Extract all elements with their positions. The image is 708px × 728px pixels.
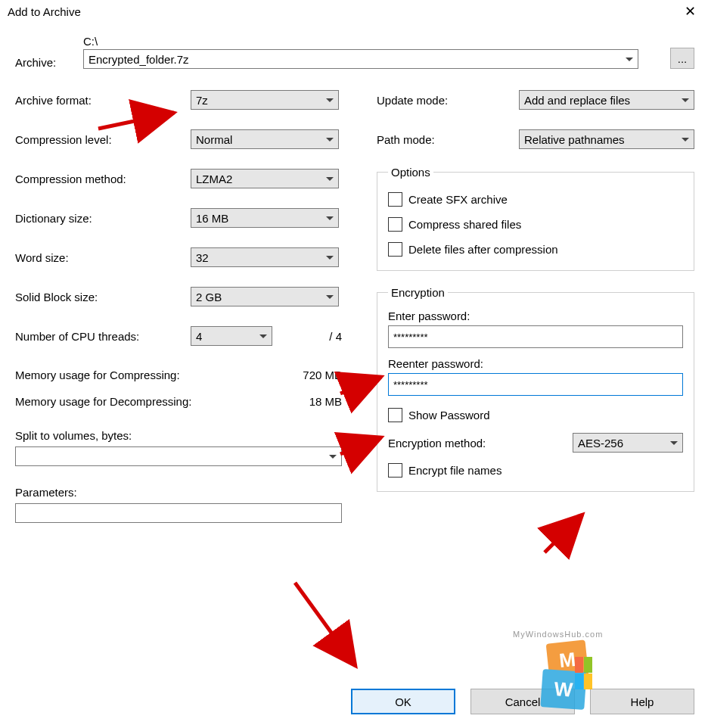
archive-path-text: C:\ — [83, 35, 654, 48]
dict-label: Dictionary size: — [15, 212, 191, 225]
memc-value: 720 MB — [303, 369, 342, 381]
enter-password-label: Enter password: — [388, 310, 683, 322]
sfx-checkbox[interactable] — [388, 192, 402, 207]
archive-label: Archive: — [15, 56, 56, 69]
sfx-label: Create SFX archive — [408, 193, 508, 206]
memd-value: 18 MB — [309, 395, 342, 408]
memd-label: Memory usage for Decompressing: — [15, 395, 309, 408]
encryption-group: Encryption Enter password: ********* Ree… — [377, 286, 694, 492]
options-legend: Options — [388, 166, 433, 179]
options-group: Options Create SFX archive Compress shar… — [377, 166, 694, 271]
word-select[interactable]: 32 — [191, 247, 339, 267]
archive-name-select[interactable]: Encrypted_folder.7z — [83, 49, 638, 69]
chevron-down-icon — [326, 177, 334, 181]
chevron-down-icon — [329, 455, 337, 459]
chevron-down-icon — [326, 295, 334, 299]
threads-total: / 4 — [272, 330, 342, 343]
pathmode-select[interactable]: Relative pathnames — [519, 129, 694, 149]
svg-line-4 — [295, 583, 356, 666]
encrypt-names-label: Encrypt file names — [408, 464, 502, 477]
chevron-down-icon — [326, 138, 334, 142]
method-select[interactable]: LZMA2 — [191, 169, 339, 188]
delete-checkbox[interactable] — [388, 242, 402, 257]
level-label: Compression level: — [15, 133, 191, 146]
solid-label: Solid Block size: — [15, 291, 191, 303]
split-select[interactable] — [15, 446, 342, 466]
reenter-password-input[interactable]: ********* — [388, 373, 683, 396]
chevron-down-icon — [259, 334, 267, 338]
params-label: Parameters: — [15, 486, 342, 499]
help-button[interactable]: Help — [590, 689, 694, 714]
pathmode-label: Path mode: — [377, 133, 519, 146]
chevron-down-icon — [682, 138, 689, 142]
format-select[interactable]: 7z — [191, 90, 339, 110]
watermark-logo: MyWindowsHub.com M W — [534, 630, 602, 713]
encrypt-names-checkbox[interactable] — [388, 463, 402, 478]
chevron-down-icon — [626, 58, 633, 61]
chevron-down-icon — [326, 256, 334, 260]
update-select[interactable]: Add and replace files — [519, 90, 694, 110]
chevron-down-icon — [326, 216, 334, 220]
format-label: Archive format: — [15, 94, 191, 107]
threads-label: Number of CPU threads: — [15, 330, 191, 343]
split-label: Split to volumes, bytes: — [15, 429, 342, 442]
ok-button[interactable]: OK — [351, 689, 455, 714]
delete-label: Delete files after compression — [408, 243, 558, 256]
chevron-down-icon — [682, 98, 689, 102]
shared-label: Compress shared files — [408, 218, 521, 231]
method-label: Compression method: — [15, 173, 191, 185]
level-select[interactable]: Normal — [191, 129, 339, 149]
chevron-down-icon — [670, 441, 678, 445]
archive-name-value: Encrypted_folder.7z — [88, 53, 189, 66]
solid-select[interactable]: 2 GB — [191, 287, 339, 306]
browse-button[interactable]: ... — [670, 48, 694, 69]
shared-checkbox[interactable] — [388, 217, 402, 232]
show-password-checkbox[interactable] — [388, 408, 402, 422]
show-password-label: Show Password — [408, 409, 490, 422]
dict-select[interactable]: 16 MB — [191, 208, 339, 228]
word-label: Word size: — [15, 251, 191, 264]
reenter-password-label: Reenter password: — [388, 357, 683, 370]
window-title: Add to Archive — [8, 5, 81, 18]
threads-select[interactable]: 4 — [191, 326, 272, 346]
chevron-down-icon — [326, 98, 334, 102]
encryption-legend: Encryption — [388, 286, 448, 299]
enc-method-label: Encryption method: — [388, 437, 573, 450]
params-input[interactable] — [15, 503, 342, 523]
memc-label: Memory usage for Compressing: — [15, 369, 303, 381]
enc-method-select[interactable]: AES-256 — [573, 433, 683, 453]
update-label: Update mode: — [377, 94, 519, 107]
password-input[interactable]: ********* — [388, 325, 683, 348]
close-icon[interactable]: ✕ — [680, 3, 700, 20]
